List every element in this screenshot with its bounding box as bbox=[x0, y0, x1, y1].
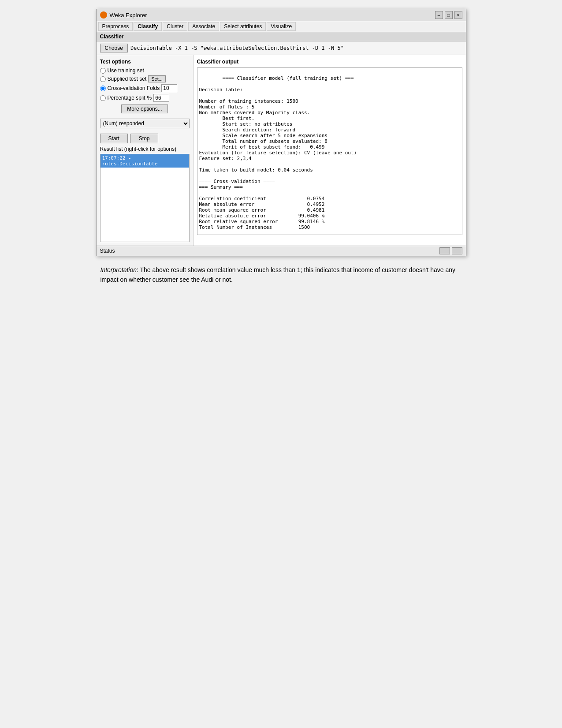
supplied-test-set-radio[interactable] bbox=[100, 76, 106, 82]
percentage-split-option: Percentage split % bbox=[100, 94, 190, 102]
percentage-split-input[interactable] bbox=[153, 94, 169, 102]
supplied-test-set-option: Supplied test set Set... bbox=[100, 75, 190, 82]
left-panel: Test options Use training set Supplied t… bbox=[97, 55, 194, 246]
percentage-symbol: % bbox=[147, 95, 152, 101]
close-button[interactable]: × bbox=[454, 11, 462, 19]
interpretation-text: Interpretation: The above result shows c… bbox=[100, 265, 462, 285]
cross-validation-radio[interactable] bbox=[100, 86, 106, 91]
tab-select-attributes[interactable]: Select attributes bbox=[220, 22, 266, 31]
interpretation-section: Interpretation: The above result shows c… bbox=[96, 265, 466, 285]
window-title: Weka Explorer bbox=[110, 12, 147, 19]
status-buttons bbox=[439, 247, 462, 254]
classifier-name: DecisionTable -X 1 -S "weka.attributeSel… bbox=[130, 45, 344, 51]
right-panel: Classifier output ==== Classifier model … bbox=[194, 55, 466, 246]
status-bar: Status bbox=[97, 246, 466, 256]
menu-bar: Preprocess Classify Cluster Associate Se… bbox=[97, 21, 466, 32]
main-window: Weka Explorer – □ × Preprocess Classify … bbox=[96, 9, 466, 256]
result-list-title: Result list (right-click for options) bbox=[100, 146, 190, 152]
classifier-output-text: ==== Classifier model (full training set… bbox=[199, 75, 357, 230]
classifier-output-box[interactable]: ==== Classifier model (full training set… bbox=[197, 67, 462, 235]
classifier-row: Choose DecisionTable -X 1 -S "weka.attri… bbox=[97, 41, 466, 55]
interpretation-italic: Interpretation bbox=[100, 266, 137, 273]
percentage-split-label: Percentage split bbox=[108, 95, 145, 101]
attribute-dropdown[interactable]: (Num) responded bbox=[100, 119, 190, 128]
set-button[interactable]: Set... bbox=[148, 75, 166, 82]
tab-classify[interactable]: Classify bbox=[134, 22, 162, 31]
cross-validation-label: Cross-validation Folds bbox=[108, 85, 160, 91]
percentage-split-radio[interactable] bbox=[100, 95, 106, 101]
title-bar: Weka Explorer – □ × bbox=[97, 9, 466, 21]
result-list: 17:07:22 - rules.DecisionTable bbox=[100, 154, 190, 242]
use-training-set-label: Use training set bbox=[108, 67, 144, 74]
status-label: Status bbox=[100, 248, 115, 254]
use-training-set-radio[interactable] bbox=[100, 68, 106, 74]
use-training-set-option: Use training set bbox=[100, 67, 190, 74]
classifier-output-title: Classifier output bbox=[197, 59, 462, 65]
tab-associate[interactable]: Associate bbox=[188, 22, 219, 31]
title-bar-buttons: – □ × bbox=[435, 11, 462, 19]
tab-visualize[interactable]: Visualize bbox=[267, 22, 296, 31]
folds-input[interactable] bbox=[161, 84, 177, 92]
action-buttons: Start Stop bbox=[100, 134, 190, 143]
result-list-item[interactable]: 17:07:22 - rules.DecisionTable bbox=[100, 154, 189, 168]
status-btn-2[interactable] bbox=[452, 247, 462, 254]
supplied-test-set-label: Supplied test set bbox=[108, 76, 147, 82]
main-content: Test options Use training set Supplied t… bbox=[97, 55, 466, 246]
tab-cluster[interactable]: Cluster bbox=[163, 22, 187, 31]
minimize-button[interactable]: – bbox=[435, 11, 443, 19]
weka-icon bbox=[100, 11, 107, 19]
test-options-title: Test options bbox=[100, 59, 190, 65]
tab-preprocess[interactable]: Preprocess bbox=[98, 22, 133, 31]
more-options-button[interactable]: More options... bbox=[121, 105, 167, 113]
interpretation-body: The above result shows correlation value… bbox=[100, 266, 456, 283]
title-bar-left: Weka Explorer bbox=[100, 11, 147, 19]
choose-button[interactable]: Choose bbox=[100, 44, 128, 52]
classifier-section-header: Classifier bbox=[97, 32, 466, 41]
stop-button[interactable]: Stop bbox=[130, 134, 158, 143]
maximize-button[interactable]: □ bbox=[445, 11, 453, 19]
status-btn-1[interactable] bbox=[439, 247, 450, 254]
start-button[interactable]: Start bbox=[100, 134, 128, 143]
cross-validation-option: Cross-validation Folds bbox=[100, 84, 190, 92]
